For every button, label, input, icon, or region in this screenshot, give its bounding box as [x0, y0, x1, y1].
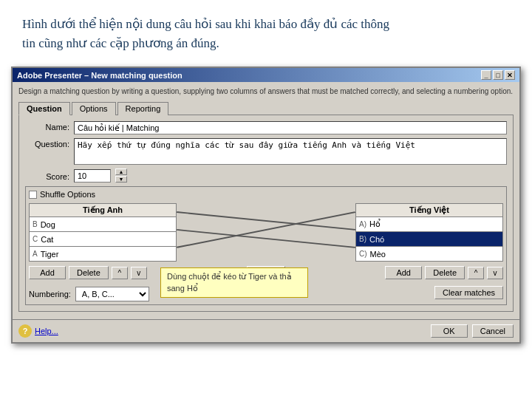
answers-section: Shuffle Options Tiếng Anh B Dog C [25, 186, 507, 305]
tab-content-question: Name: Question: Hãy xếp thứ tự đúng nghĩ… [18, 115, 514, 312]
score-up-btn[interactable]: ▲ [115, 168, 127, 175]
name-input[interactable] [74, 121, 507, 134]
svg-line-2 [177, 212, 355, 248]
right-item-2[interactable]: C) Mèo [355, 247, 503, 262]
right-btn-group: Add Delete ^ v [385, 266, 503, 279]
left-text-1: Cat [41, 235, 53, 244]
maximize-button[interactable]: □ [493, 70, 503, 80]
left-item-1[interactable]: C Cat [29, 232, 177, 247]
score-label: Score: [25, 171, 69, 181]
footer-right: OK Cancel [431, 324, 514, 338]
name-row: Name: [25, 121, 507, 134]
shuffle-checkbox[interactable] [29, 191, 37, 199]
score-down-btn[interactable]: ▼ [115, 176, 127, 183]
match-lines-svg [177, 203, 355, 262]
svg-line-1 [177, 230, 355, 248]
tooltip-text: Dùng chuột để kéo từ Tiger và thả sang H… [167, 272, 292, 292]
dialog-footer: ? Help... OK Cancel [13, 319, 519, 342]
score-spinners: ▲ ▼ [115, 168, 127, 183]
dialog-title: Adobe Presenter – New matching question [17, 71, 481, 80]
question-label: Question: [25, 138, 69, 149]
footer-left: ? Help... [18, 324, 58, 338]
left-text-2: Tiger [41, 250, 59, 259]
down-right-button[interactable]: v [487, 267, 503, 279]
minimize-button[interactable]: _ [481, 70, 491, 80]
name-label: Name: [25, 121, 69, 132]
right-text-0: Hổ [369, 219, 381, 229]
slide-background: Hình dưới thể hiện nội dung câu hỏi sau … [0, 0, 532, 399]
numbering-row: Numbering: A, B, C... 1, 2, 3... a, b, c… [29, 287, 149, 301]
clear-matches-button[interactable]: Clear matches [434, 286, 503, 299]
match-area: Tiếng Anh B Dog C Cat A Tiger [29, 203, 503, 262]
delete-right-button[interactable]: Delete [425, 266, 465, 279]
up-right-button[interactable]: ^ [468, 267, 484, 279]
up-left-button[interactable]: ^ [112, 267, 128, 279]
help-icon: ? [18, 324, 32, 338]
right-text-1: Chó [369, 235, 384, 244]
right-item-1[interactable]: B) Chó [355, 232, 503, 247]
right-letter-1: B) [359, 235, 366, 243]
right-column-header: Tiếng Việt [355, 203, 503, 217]
intro-text: Hình dưới thể hiện nội dung câu hỏi sau … [22, 15, 389, 52]
question-row: Question: Hãy xếp thứ tự đúng nghĩa các … [25, 138, 507, 165]
titlebar-buttons: _ □ ✕ [481, 70, 515, 80]
tooltip-box: Dùng chuột để kéo từ Tiger và thả sang H… [160, 267, 308, 298]
add-right-button[interactable]: Add [385, 266, 422, 279]
question-input[interactable]: Hãy xếp thứ tự đúng nghĩa các từ sau đây… [74, 138, 507, 165]
left-letter-2: A [33, 250, 38, 258]
left-letter-1: C [33, 235, 38, 243]
right-item-0[interactable]: A) Hổ [355, 217, 503, 232]
left-column: Tiếng Anh B Dog C Cat A Tiger [29, 203, 177, 262]
left-btn-group: Add Delete ^ v [29, 266, 147, 279]
left-item-2[interactable]: A Tiger [29, 247, 177, 262]
delete-left-button[interactable]: Delete [69, 266, 109, 279]
score-input[interactable] [74, 169, 111, 183]
tab-reporting[interactable]: Reporting [117, 102, 169, 115]
numbering-select[interactable]: A, B, C... 1, 2, 3... a, b, c... [75, 287, 149, 301]
ok-button[interactable]: OK [431, 324, 468, 338]
right-text-2: Mèo [370, 250, 386, 259]
left-letter-0: B [33, 220, 38, 228]
numbering-label: Numbering: [29, 290, 71, 299]
instruction-text: Design a matching question by writing a … [18, 86, 514, 97]
score-row: Score: ▲ ▼ [25, 168, 507, 183]
dialog-titlebar: Adobe Presenter – New matching question … [13, 68, 519, 82]
close-button[interactable]: ✕ [505, 70, 515, 80]
svg-line-0 [177, 212, 355, 230]
match-lines-area [177, 203, 355, 262]
right-letter-0: A) [359, 220, 366, 228]
tab-bar: Question Options Reporting [18, 101, 514, 115]
left-item-0[interactable]: B Dog [29, 217, 177, 232]
cancel-button[interactable]: Cancel [472, 324, 514, 338]
right-column: Tiếng Việt A) Hổ B) Chó C) Mè [355, 203, 503, 262]
tab-options[interactable]: Options [72, 102, 116, 115]
tab-question[interactable]: Question [18, 102, 70, 115]
down-left-button[interactable]: v [131, 267, 147, 279]
right-letter-2: C) [359, 250, 367, 258]
help-label[interactable]: Help... [35, 327, 58, 335]
add-left-button[interactable]: Add [29, 266, 66, 279]
dialog-body: Design a matching question by writing a … [13, 82, 519, 316]
left-column-header: Tiếng Anh [29, 203, 177, 217]
matching-question-dialog: Adobe Presenter – New matching question … [11, 66, 521, 344]
shuffle-row: Shuffle Options [29, 190, 503, 199]
left-text-0: Dog [41, 220, 55, 229]
shuffle-label: Shuffle Options [40, 190, 95, 199]
